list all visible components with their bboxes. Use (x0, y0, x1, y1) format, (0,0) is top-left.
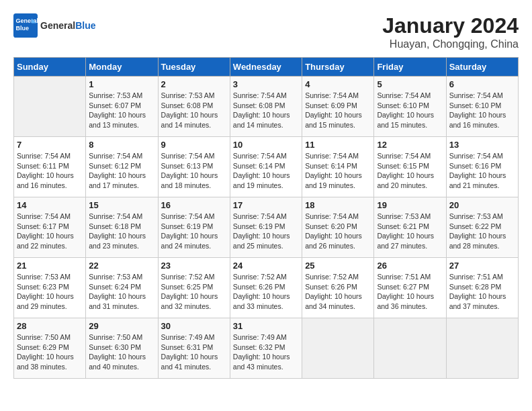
day-info: Sunrise: 7:54 AM Sunset: 6:15 PM Dayligh… (377, 151, 443, 191)
day-number: 21 (17, 261, 83, 271)
calendar-cell: 25Sunrise: 7:52 AM Sunset: 6:26 PM Dayli… (302, 258, 374, 318)
calendar-cell: 9Sunrise: 7:54 AM Sunset: 6:13 PM Daylig… (158, 137, 230, 197)
day-number: 19 (377, 200, 443, 210)
week-row-1: 1Sunrise: 7:53 AM Sunset: 6:07 PM Daylig… (14, 77, 519, 137)
day-info: Sunrise: 7:54 AM Sunset: 6:19 PM Dayligh… (233, 212, 299, 251)
day-number: 23 (161, 261, 227, 271)
logo-icon: General Blue (13, 13, 38, 38)
day-info: Sunrise: 7:53 AM Sunset: 6:23 PM Dayligh… (17, 272, 83, 312)
day-number: 4 (305, 79, 371, 89)
week-row-3: 14Sunrise: 7:54 AM Sunset: 6:17 PM Dayli… (14, 197, 519, 258)
day-number: 22 (89, 261, 154, 271)
day-info: Sunrise: 7:52 AM Sunset: 6:25 PM Dayligh… (161, 272, 227, 312)
day-info: Sunrise: 7:52 AM Sunset: 6:26 PM Dayligh… (233, 272, 299, 312)
calendar-cell: 17Sunrise: 7:54 AM Sunset: 6:19 PM Dayli… (230, 197, 302, 258)
day-info: Sunrise: 7:53 AM Sunset: 6:22 PM Dayligh… (449, 212, 515, 251)
day-info: Sunrise: 7:49 AM Sunset: 6:31 PM Dayligh… (161, 332, 227, 372)
day-number: 15 (89, 200, 154, 210)
calendar-cell: 22Sunrise: 7:53 AM Sunset: 6:24 PM Dayli… (86, 258, 158, 318)
location-subtitle: Huayan, Chongqing, China (382, 38, 519, 50)
day-info: Sunrise: 7:54 AM Sunset: 6:16 PM Dayligh… (449, 151, 515, 191)
day-info: Sunrise: 7:50 AM Sunset: 6:29 PM Dayligh… (17, 332, 83, 372)
day-info: Sunrise: 7:51 AM Sunset: 6:27 PM Dayligh… (377, 272, 443, 312)
day-info: Sunrise: 7:54 AM Sunset: 6:12 PM Dayligh… (89, 151, 154, 191)
day-number: 3 (233, 79, 299, 89)
header-friday: Friday (374, 58, 446, 77)
day-number: 28 (17, 321, 83, 331)
day-info: Sunrise: 7:54 AM Sunset: 6:18 PM Dayligh… (89, 212, 154, 251)
day-number: 30 (161, 321, 227, 331)
day-info: Sunrise: 7:49 AM Sunset: 6:32 PM Dayligh… (233, 332, 299, 372)
calendar-cell: 30Sunrise: 7:49 AM Sunset: 6:31 PM Dayli… (158, 318, 230, 379)
day-number: 27 (449, 261, 515, 271)
day-info: Sunrise: 7:53 AM Sunset: 6:08 PM Dayligh… (161, 91, 227, 130)
day-info: Sunrise: 7:54 AM Sunset: 6:10 PM Dayligh… (449, 91, 515, 130)
logo: General Blue GeneralBlue (13, 13, 95, 38)
day-info: Sunrise: 7:53 AM Sunset: 6:07 PM Dayligh… (89, 91, 154, 130)
day-number: 2 (161, 79, 227, 89)
calendar-cell: 16Sunrise: 7:54 AM Sunset: 6:19 PM Dayli… (158, 197, 230, 258)
calendar-cell: 2Sunrise: 7:53 AM Sunset: 6:08 PM Daylig… (158, 77, 230, 137)
day-info: Sunrise: 7:52 AM Sunset: 6:26 PM Dayligh… (305, 272, 371, 312)
day-number: 29 (89, 321, 154, 331)
calendar-cell (14, 77, 86, 137)
logo-general: General (40, 20, 75, 31)
calendar-table: SundayMondayTuesdayWednesdayThursdayFrid… (13, 57, 519, 379)
header: General Blue GeneralBlue January 2024 Hu… (13, 13, 519, 50)
day-number: 7 (17, 140, 83, 150)
day-number: 1 (89, 79, 154, 89)
day-info: Sunrise: 7:53 AM Sunset: 6:24 PM Dayligh… (89, 272, 154, 312)
week-row-4: 21Sunrise: 7:53 AM Sunset: 6:23 PM Dayli… (14, 258, 519, 318)
day-number: 10 (233, 140, 299, 150)
calendar-cell: 7Sunrise: 7:54 AM Sunset: 6:11 PM Daylig… (14, 137, 86, 197)
calendar-cell (302, 318, 374, 379)
week-row-2: 7Sunrise: 7:54 AM Sunset: 6:11 PM Daylig… (14, 137, 519, 197)
calendar-cell: 29Sunrise: 7:50 AM Sunset: 6:30 PM Dayli… (86, 318, 158, 379)
calendar-cell: 10Sunrise: 7:54 AM Sunset: 6:14 PM Dayli… (230, 137, 302, 197)
day-number: 20 (449, 200, 515, 210)
calendar-cell (374, 318, 446, 379)
calendar-cell: 24Sunrise: 7:52 AM Sunset: 6:26 PM Dayli… (230, 258, 302, 318)
month-year-title: January 2024 (382, 13, 519, 38)
calendar-cell: 1Sunrise: 7:53 AM Sunset: 6:07 PM Daylig… (86, 77, 158, 137)
calendar-cell (446, 318, 518, 379)
calendar-cell: 11Sunrise: 7:54 AM Sunset: 6:14 PM Dayli… (302, 137, 374, 197)
calendar-cell: 12Sunrise: 7:54 AM Sunset: 6:15 PM Dayli… (374, 137, 446, 197)
day-info: Sunrise: 7:50 AM Sunset: 6:30 PM Dayligh… (89, 332, 154, 372)
day-info: Sunrise: 7:54 AM Sunset: 6:14 PM Dayligh… (305, 151, 371, 191)
day-info: Sunrise: 7:54 AM Sunset: 6:08 PM Dayligh… (233, 91, 299, 130)
calendar-cell: 5Sunrise: 7:54 AM Sunset: 6:10 PM Daylig… (374, 77, 446, 137)
day-number: 9 (161, 140, 227, 150)
svg-text:Blue: Blue (16, 25, 30, 32)
calendar-cell: 15Sunrise: 7:54 AM Sunset: 6:18 PM Dayli… (86, 197, 158, 258)
header-sunday: Sunday (14, 58, 86, 77)
calendar-cell: 13Sunrise: 7:54 AM Sunset: 6:16 PM Dayli… (446, 137, 518, 197)
day-number: 8 (89, 140, 154, 150)
day-number: 11 (305, 140, 371, 150)
day-info: Sunrise: 7:54 AM Sunset: 6:19 PM Dayligh… (161, 212, 227, 251)
day-info: Sunrise: 7:51 AM Sunset: 6:28 PM Dayligh… (449, 272, 515, 312)
calendar-cell: 14Sunrise: 7:54 AM Sunset: 6:17 PM Dayli… (14, 197, 86, 258)
calendar-cell: 21Sunrise: 7:53 AM Sunset: 6:23 PM Dayli… (14, 258, 86, 318)
header-thursday: Thursday (302, 58, 374, 77)
week-row-5: 28Sunrise: 7:50 AM Sunset: 6:29 PM Dayli… (14, 318, 519, 379)
calendar-cell: 3Sunrise: 7:54 AM Sunset: 6:08 PM Daylig… (230, 77, 302, 137)
calendar-cell: 20Sunrise: 7:53 AM Sunset: 6:22 PM Dayli… (446, 197, 518, 258)
calendar-cell: 8Sunrise: 7:54 AM Sunset: 6:12 PM Daylig… (86, 137, 158, 197)
day-number: 14 (17, 200, 83, 210)
calendar-cell: 18Sunrise: 7:54 AM Sunset: 6:20 PM Dayli… (302, 197, 374, 258)
day-number: 12 (377, 140, 443, 150)
day-info: Sunrise: 7:54 AM Sunset: 6:09 PM Dayligh… (305, 91, 371, 130)
header-wednesday: Wednesday (230, 58, 302, 77)
calendar-cell: 23Sunrise: 7:52 AM Sunset: 6:25 PM Dayli… (158, 258, 230, 318)
calendar-cell: 28Sunrise: 7:50 AM Sunset: 6:29 PM Dayli… (14, 318, 86, 379)
day-number: 17 (233, 200, 299, 210)
title-section: January 2024 Huayan, Chongqing, China (382, 13, 519, 50)
calendar-cell: 4Sunrise: 7:54 AM Sunset: 6:09 PM Daylig… (302, 77, 374, 137)
day-info: Sunrise: 7:54 AM Sunset: 6:11 PM Dayligh… (17, 151, 83, 191)
calendar-cell: 19Sunrise: 7:53 AM Sunset: 6:21 PM Dayli… (374, 197, 446, 258)
calendar-header-row: SundayMondayTuesdayWednesdayThursdayFrid… (14, 58, 519, 77)
day-number: 13 (449, 140, 515, 150)
calendar-cell: 27Sunrise: 7:51 AM Sunset: 6:28 PM Dayli… (446, 258, 518, 318)
day-info: Sunrise: 7:54 AM Sunset: 6:10 PM Dayligh… (377, 91, 443, 130)
